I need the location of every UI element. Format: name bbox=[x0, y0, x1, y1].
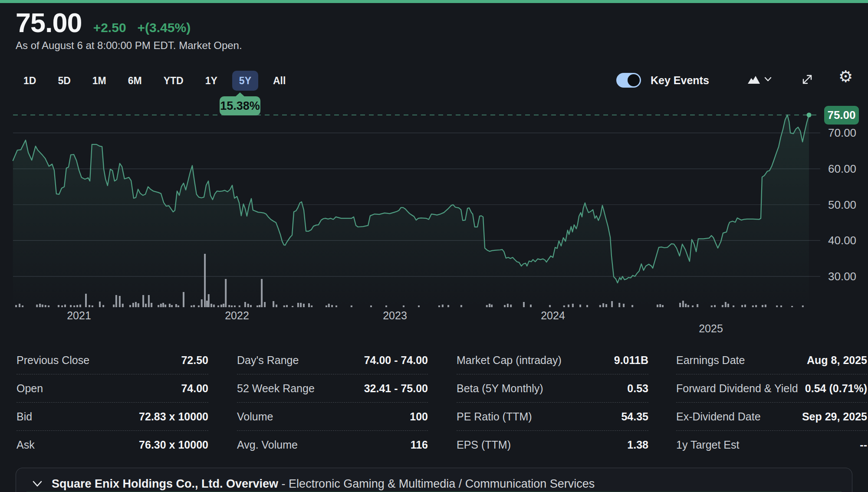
top-accent-bar bbox=[0, 0, 868, 3]
range-change-tooltip: 15.38% bbox=[220, 96, 260, 115]
stat-row: Earnings DateAug 8, 2025 bbox=[676, 346, 867, 374]
chevron-down-icon bbox=[33, 481, 42, 487]
stat-label: Forward Dividend & Yield bbox=[676, 382, 798, 395]
x-axis-label: 2025 bbox=[699, 322, 723, 335]
key-events-toggle[interactable] bbox=[616, 73, 641, 88]
price-change: +2.50 bbox=[93, 20, 126, 35]
stat-row: Bid72.83 x 10000 bbox=[16, 403, 208, 431]
stat-row: Day's Range74.00 - 74.00 bbox=[237, 346, 428, 374]
stat-value: 72.83 x 10000 bbox=[139, 410, 208, 423]
stat-value: 72.50 bbox=[181, 354, 208, 367]
range-button-1y[interactable]: 1Y bbox=[198, 71, 224, 91]
stat-row: Previous Close72.50 bbox=[16, 346, 208, 374]
key-events-label: Key Events bbox=[651, 74, 709, 87]
stat-row: Beta (5Y Monthly)0.53 bbox=[457, 374, 648, 403]
stat-label: 1y Target Est bbox=[676, 439, 739, 451]
stat-label: Previous Close bbox=[16, 354, 89, 367]
stat-label: Volume bbox=[237, 410, 273, 423]
stat-value: Aug 8, 2025 bbox=[807, 354, 867, 367]
x-axis-label: 2021 bbox=[67, 309, 91, 321]
stat-label: Earnings Date bbox=[676, 354, 745, 367]
x-axis-label: 2024 bbox=[541, 309, 565, 321]
stat-value: 74.00 bbox=[181, 382, 208, 395]
price-change-percent: +(3.45%) bbox=[138, 20, 191, 35]
stat-label: Open bbox=[16, 382, 43, 395]
stat-value: 54.35 bbox=[621, 410, 648, 423]
stat-value: 9.011B bbox=[614, 354, 648, 367]
stat-row: Open74.00 bbox=[16, 374, 208, 403]
stat-value: 0.53 bbox=[627, 382, 648, 395]
key-events-control: Key Events bbox=[616, 73, 709, 88]
current-price-axis-badge: 75.00 bbox=[824, 106, 859, 125]
y-axis-label: 40.00 bbox=[828, 234, 856, 247]
stat-label: 52 Week Range bbox=[237, 382, 315, 395]
stat-label: Ex-Dividend Date bbox=[676, 410, 761, 423]
stat-value: -- bbox=[860, 439, 867, 451]
stat-label: PE Ratio (TTM) bbox=[457, 410, 532, 423]
x-axis-label: 2023 bbox=[383, 309, 407, 321]
stat-row: 1y Target Est-- bbox=[676, 431, 867, 459]
stat-value: 100 bbox=[410, 410, 428, 423]
stat-value: 1.38 bbox=[627, 439, 648, 451]
overview-title: Square Enix Holdings Co., Ltd. Overview bbox=[52, 477, 278, 490]
stat-label: Avg. Volume bbox=[237, 439, 298, 451]
stat-row: Avg. Volume116 bbox=[237, 431, 428, 459]
stat-value: Sep 29, 2025 bbox=[802, 410, 867, 423]
stat-row: 52 Week Range32.41 - 75.00 bbox=[237, 374, 428, 403]
stat-row: Market Cap (intraday)9.011B bbox=[457, 346, 648, 374]
expand-icon bbox=[801, 73, 814, 86]
range-button-1m[interactable]: 1M bbox=[85, 71, 113, 91]
stat-row: PE Ratio (TTM)54.35 bbox=[457, 403, 648, 431]
area-chart-icon bbox=[747, 74, 760, 85]
range-button-1d[interactable]: 1D bbox=[16, 71, 43, 91]
range-button-5y[interactable]: 5Y bbox=[232, 71, 258, 91]
overview-subtitle: - Electronic Gaming & Multimedia / Commu… bbox=[278, 477, 595, 490]
gear-icon: ⚙ bbox=[838, 69, 853, 85]
range-button-all[interactable]: All bbox=[266, 71, 293, 91]
stats-column-3: Market Cap (intraday)9.011BBeta (5Y Mont… bbox=[457, 346, 648, 459]
chart-type-button[interactable] bbox=[747, 74, 772, 85]
stock-quote-page: 75.00 +2.50 +(3.45%) As of August 6 at 8… bbox=[0, 0, 868, 492]
stat-row: EPS (TTM)1.38 bbox=[457, 431, 648, 459]
quote-timestamp: As of August 6 at 8:00:00 PM EDT. Market… bbox=[16, 39, 242, 52]
range-button-ytd[interactable]: YTD bbox=[157, 71, 191, 91]
stat-label: Day's Range bbox=[237, 354, 299, 367]
toggle-knob bbox=[628, 74, 640, 86]
stat-value: 76.30 x 10000 bbox=[139, 439, 208, 451]
range-button-5d[interactable]: 5D bbox=[51, 71, 77, 91]
stat-value: 32.41 - 75.00 bbox=[364, 382, 428, 395]
stat-value: 74.00 - 74.00 bbox=[364, 354, 428, 367]
y-axis-label: 70.00 bbox=[828, 126, 856, 140]
settings-button[interactable]: ⚙ bbox=[838, 69, 853, 85]
stat-label: Bid bbox=[16, 410, 32, 423]
range-selector: 1D5D1M6MYTD1Y5YAll bbox=[16, 71, 293, 91]
range-button-6m[interactable]: 6M bbox=[121, 71, 149, 91]
stat-label: Ask bbox=[16, 439, 35, 451]
stat-row: Forward Dividend & Yield0.54 (0.71%) bbox=[676, 374, 867, 403]
stat-label: Market Cap (intraday) bbox=[457, 354, 562, 367]
y-axis-label: 30.00 bbox=[828, 270, 856, 283]
stat-label: Beta (5Y Monthly) bbox=[457, 382, 543, 395]
y-axis-label: 50.00 bbox=[828, 198, 856, 212]
stats-column-2: Day's Range74.00 - 74.0052 Week Range32.… bbox=[237, 346, 428, 459]
chevron-down-icon bbox=[764, 77, 772, 82]
overview-header[interactable]: Square Enix Holdings Co., Ltd. Overview … bbox=[33, 477, 595, 491]
fullscreen-button[interactable] bbox=[801, 73, 814, 86]
stat-value: 0.54 (0.71%) bbox=[805, 382, 867, 395]
quote-header: 75.00 +2.50 +(3.45%) bbox=[16, 7, 191, 38]
stat-value: 116 bbox=[411, 439, 428, 451]
y-axis-label: 60.00 bbox=[828, 162, 856, 176]
stat-row: Ask76.30 x 10000 bbox=[16, 431, 208, 459]
x-axis-label: 2022 bbox=[225, 309, 249, 321]
stat-row: Ex-Dividend DateSep 29, 2025 bbox=[676, 403, 867, 431]
stat-row: Volume100 bbox=[237, 403, 428, 431]
stats-column-4: Earnings DateAug 8, 2025Forward Dividend… bbox=[676, 346, 867, 459]
company-overview-panel: Square Enix Holdings Co., Ltd. Overview … bbox=[16, 468, 852, 492]
stat-label: EPS (TTM) bbox=[457, 439, 511, 451]
range-change-value: 15.38% bbox=[220, 99, 260, 113]
current-price: 75.00 bbox=[16, 7, 82, 38]
stats-column-1: Previous Close72.50Open74.00Bid72.83 x 1… bbox=[16, 346, 208, 459]
